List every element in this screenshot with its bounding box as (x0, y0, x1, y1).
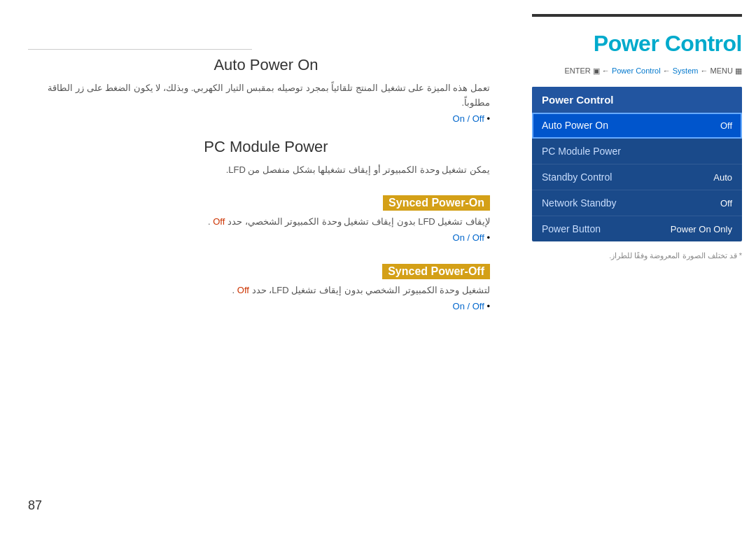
menu-item-power-button-label: Power Button (542, 223, 601, 234)
footnote: * قد تختلف الصورة المعروضة وفقًا للطراز. (532, 251, 742, 260)
breadcrumb: ENTER ▣ ← Power Control ← System ← MENU … (532, 66, 742, 76)
synced-on-arabic: لإيقاف تشغيل LFD بدون إيقاف تشغيل وحدة ا… (42, 215, 490, 230)
synced-off-bullet: • (486, 301, 490, 311)
synced-on-on-off: On / Off (453, 232, 484, 243)
synced-power-off-block: Synced Power-Off لتشغيل وحدة الكمبيوتر ا… (42, 257, 490, 311)
menu-item-auto-power-on-value: Off (720, 120, 732, 131)
menu-item-pc-module-power[interactable]: PC Module Power (532, 139, 742, 164)
menu-item-standby-label: Standby Control (542, 171, 612, 183)
auto-power-on-off-line: • On / Off (42, 113, 490, 124)
synced-on-bullet: • (486, 232, 490, 243)
synced-on-off-ref: Off (213, 216, 225, 227)
menu-item-network-label: Network Standby (542, 197, 617, 209)
power-control-menu: Power Control Auto Power On Off PC Modul… (532, 87, 742, 241)
right-panel: Power Control ENTER ▣ ← Power Control ← … (518, 0, 756, 534)
bc-enter: ENTER (564, 66, 590, 75)
synced-on-label-wrap: Synced Power-On (42, 188, 490, 215)
on-off-label: On / Off (453, 113, 484, 124)
menu-item-standby-value: Auto (713, 172, 732, 183)
menu-item-network-value: Off (720, 198, 732, 209)
pc-module-arabic: يمكن تشغيل وحدة الكمبيوتر أو إيقاف تشغيل… (42, 163, 490, 178)
auto-power-on-title: Auto Power On (42, 56, 490, 74)
menu-item-auto-power-on-label: Auto Power On (542, 120, 608, 131)
right-top-line (532, 14, 742, 17)
synced-off-label-wrap: Synced Power-Off (42, 257, 490, 283)
bc-arrow3: ← (700, 66, 710, 75)
menu-item-auto-power-on[interactable]: Auto Power On Off (532, 113, 742, 139)
synced-on-off-line: • On / Off (42, 232, 490, 243)
synced-off-arabic: لتشغيل وحدة الكمبيوتر الشخصي بدون إيقاف … (42, 283, 490, 298)
synced-off-on-off-line: • On / Off (42, 301, 490, 311)
power-control-main-title: Power Control (532, 31, 742, 57)
synced-off-off-ref: Off (237, 285, 249, 295)
left-content-area: Auto Power On تعمل هذه الميزة على تشغيل … (28, 49, 504, 332)
bc-enter-icon: ▣ (593, 66, 602, 75)
bc-system: System (673, 66, 699, 75)
menu-item-network-standby[interactable]: Network Standby Off (532, 190, 742, 216)
synced-off-on-off: On / Off (453, 301, 484, 311)
menu-item-standby-control[interactable]: Standby Control Auto (532, 164, 742, 190)
synced-power-on-label: Synced Power-On (383, 195, 490, 211)
auto-power-on-arabic: تعمل هذه الميزة على تشغيل المنتج تلقائيا… (42, 81, 490, 111)
auto-power-on-section: Auto Power On تعمل هذه الميزة على تشغيل … (42, 56, 490, 124)
bc-menu-icon: ▦ (735, 66, 742, 75)
bc-arrow1: ← (602, 66, 610, 75)
synced-power-off-label: Synced Power-Off (382, 264, 490, 279)
pc-module-power-section: PC Module Power يمكن تشغيل وحدة الكمبيوت… (42, 138, 490, 311)
pc-module-power-title: PC Module Power (42, 138, 490, 156)
menu-item-power-button-value: Power On Only (671, 224, 732, 234)
bc-arrow2: ← (663, 66, 673, 75)
menu-header: Power Control (532, 87, 742, 113)
menu-item-pc-module-label: PC Module Power (542, 146, 621, 157)
on-off-bullet: • (486, 113, 490, 124)
bc-power-control: Power Control (612, 66, 661, 75)
synced-power-on-block: Synced Power-On لإيقاف تشغيل LFD بدون إي… (42, 188, 490, 243)
bc-menu: MENU (710, 66, 733, 75)
page-number: 87 (28, 498, 42, 513)
menu-item-power-button[interactable]: Power Button Power On Only (532, 216, 742, 241)
